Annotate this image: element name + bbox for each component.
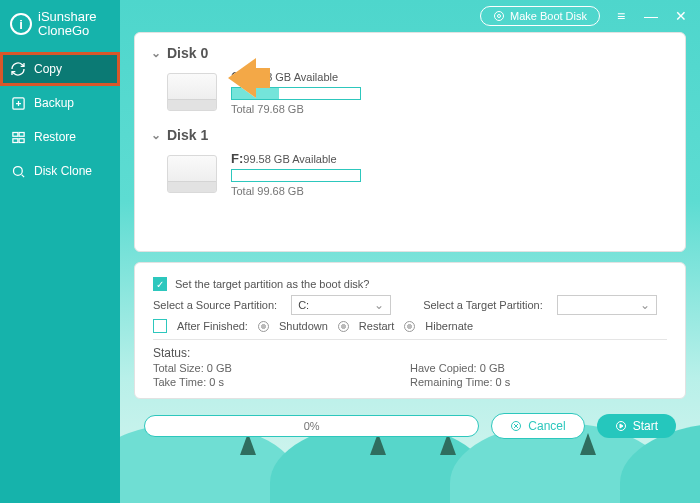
svg-point-6 <box>494 12 503 21</box>
svg-rect-2 <box>19 132 24 136</box>
svg-rect-4 <box>19 138 24 142</box>
refresh-icon <box>10 61 26 77</box>
partition-total: Total 99.68 GB <box>231 185 361 197</box>
target-partition-label: Select a Target Partition: <box>423 299 543 311</box>
start-button[interactable]: Start <box>597 414 676 438</box>
layers-icon <box>10 129 26 145</box>
sidebar: i iSunshare CloneGo Copy Backup Restore <box>0 0 120 503</box>
boot-disk-checkbox[interactable]: ✓ <box>153 277 167 291</box>
boot-disk-label: Set the target partition as the boot dis… <box>175 278 369 290</box>
sidebar-item-label: Backup <box>34 96 74 110</box>
disks-panel: ⌄ Disk 0 C:50.13 GB Available Total 79.6… <box>134 32 686 252</box>
chevron-down-icon: ⌄ <box>151 128 163 142</box>
source-partition-label: Select a Source Partition: <box>153 299 277 311</box>
app-name-line2: CloneGo <box>38 24 97 38</box>
status-label: Status: <box>153 346 667 360</box>
after-finished-label: After Finished: <box>177 320 248 332</box>
app-logo: i iSunshare CloneGo <box>0 0 120 52</box>
start-label: Start <box>633 419 658 433</box>
options-panel: ✓ Set the target partition as the boot d… <box>134 262 686 399</box>
app-name-line1: iSunshare <box>38 10 97 24</box>
sidebar-item-copy[interactable]: Copy <box>0 52 120 86</box>
svg-point-7 <box>497 15 500 18</box>
usage-bar <box>231 169 361 182</box>
minimize-icon[interactable]: — <box>642 7 660 25</box>
sidebar-item-label: Disk Clone <box>34 164 92 178</box>
partition-letter: F: <box>231 151 243 166</box>
target-partition-select[interactable] <box>557 295 657 315</box>
sidebar-item-label: Copy <box>34 62 62 76</box>
disk-search-icon <box>10 163 26 179</box>
status-take-time: Take Time: 0 s <box>153 376 410 388</box>
cancel-label: Cancel <box>528 419 565 433</box>
partition-row[interactable]: F:99.58 GB Available Total 99.68 GB <box>157 147 663 207</box>
app-logo-icon: i <box>10 13 32 35</box>
disk-title: Disk 0 <box>167 45 208 61</box>
menu-icon[interactable]: ≡ <box>612 7 630 25</box>
make-boot-label: Make Boot Disk <box>510 10 587 22</box>
source-partition-select[interactable]: C: <box>291 295 391 315</box>
close-icon[interactable]: ✕ <box>672 7 690 25</box>
drive-icon <box>167 73 217 111</box>
cancel-button[interactable]: Cancel <box>491 413 584 439</box>
sidebar-item-disk-clone[interactable]: Disk Clone <box>0 154 120 188</box>
after-finished-checkbox[interactable]: ✓ <box>153 319 167 333</box>
svg-point-5 <box>13 166 22 175</box>
progress-bar: 0% <box>144 415 479 437</box>
status-have-copied: Have Copied: 0 GB <box>410 362 667 374</box>
sidebar-item-label: Restore <box>34 130 76 144</box>
make-boot-disk-button[interactable]: Make Boot Disk <box>480 6 600 26</box>
svg-rect-3 <box>12 138 17 142</box>
svg-rect-1 <box>12 132 17 136</box>
disk-title: Disk 1 <box>167 127 208 143</box>
sidebar-item-restore[interactable]: Restore <box>0 120 120 154</box>
sidebar-item-backup[interactable]: Backup <box>0 86 120 120</box>
shutdown-radio[interactable] <box>258 321 269 332</box>
chevron-down-icon: ⌄ <box>151 46 163 60</box>
shutdown-label: Shutdown <box>279 320 328 332</box>
partition-total: Total 79.68 GB <box>231 103 361 115</box>
status-total-size: Total Size: 0 GB <box>153 362 410 374</box>
restart-radio[interactable] <box>338 321 349 332</box>
plus-box-icon <box>10 95 26 111</box>
drive-icon <box>167 155 217 193</box>
restart-label: Restart <box>359 320 394 332</box>
footer: 0% Cancel Start <box>134 409 686 439</box>
disk-header[interactable]: ⌄ Disk 1 <box>151 127 663 143</box>
titlebar: Make Boot Disk ≡ — ✕ <box>120 0 700 32</box>
hibernate-radio[interactable] <box>404 321 415 332</box>
hibernate-label: Hibernate <box>425 320 473 332</box>
partition-available: 99.58 GB Available <box>243 153 336 165</box>
status-remaining-time: Remaining Time: 0 s <box>410 376 667 388</box>
